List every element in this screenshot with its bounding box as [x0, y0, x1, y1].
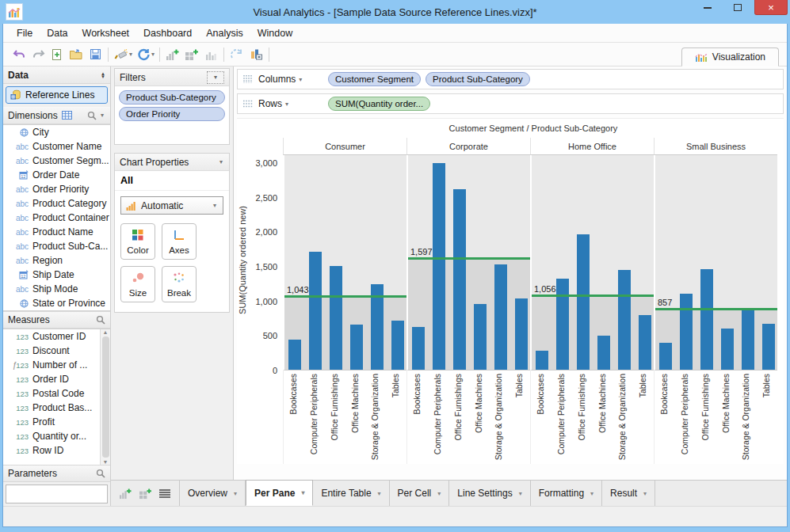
- bar[interactable]: [453, 189, 466, 370]
- duplicate-sheet-button[interactable]: [201, 46, 220, 63]
- swap-axes-button[interactable]: [227, 46, 246, 63]
- bar[interactable]: [659, 343, 672, 370]
- tab-line-settings[interactable]: Line Settings▾: [449, 481, 530, 506]
- dimension-item[interactable]: 12Order Date: [3, 168, 110, 182]
- bar[interactable]: [742, 309, 754, 370]
- measure-item[interactable]: 123Order ID: [3, 372, 100, 386]
- scroll-down-icon[interactable]: ▼: [103, 459, 109, 465]
- bar[interactable]: [680, 294, 693, 370]
- bar[interactable]: [433, 163, 445, 370]
- bar[interactable]: [309, 252, 322, 370]
- redo-button[interactable]: [29, 46, 48, 63]
- show-me-button[interactable]: [246, 46, 265, 63]
- tab-caret[interactable]: ▾: [437, 490, 441, 497]
- format-brush-button[interactable]: [112, 46, 131, 63]
- sheet-list-icon[interactable]: [158, 488, 171, 499]
- reference-line[interactable]: [655, 308, 777, 310]
- bar[interactable]: [639, 315, 651, 370]
- minimize-button[interactable]: [694, 0, 721, 15]
- measure-item[interactable]: 123Quantity or...: [3, 429, 100, 443]
- tab-overview[interactable]: Overview▾: [180, 481, 246, 506]
- tab-caret[interactable]: ▾: [519, 490, 522, 497]
- visualization-tab[interactable]: Visualization: [681, 48, 779, 66]
- tab-caret[interactable]: ▾: [378, 490, 381, 497]
- tab-formatting[interactable]: Formatting▾: [531, 481, 602, 506]
- tab-per-pane[interactable]: Per Pane▾: [246, 480, 313, 506]
- data-sort-control[interactable]: ▲▼: [101, 72, 105, 78]
- dimension-item[interactable]: abcCustomer Name: [3, 139, 110, 154]
- rows-shelf-control[interactable]: Rows ▾: [242, 98, 328, 109]
- reference-line[interactable]: [408, 257, 530, 260]
- measure-item[interactable]: 123Discount: [3, 344, 100, 358]
- close-button[interactable]: ×: [754, 0, 788, 15]
- dimension-item[interactable]: State or Province: [3, 296, 110, 310]
- bar[interactable]: [618, 270, 631, 370]
- measure-item[interactable]: 123Postal Code: [3, 386, 100, 401]
- bar[interactable]: [330, 266, 342, 370]
- measure-item[interactable]: 123Product Bas...: [3, 401, 100, 415]
- format-brush-caret[interactable]: ▾: [129, 51, 132, 58]
- bar[interactable]: [721, 329, 734, 370]
- menu-item-worksheet[interactable]: Worksheet: [75, 25, 137, 41]
- parameters-box[interactable]: [6, 484, 108, 504]
- measure-item[interactable]: 123Row ID: [3, 443, 100, 458]
- dimension-item[interactable]: abcCustomer Segm...: [3, 154, 110, 168]
- measure-item[interactable]: ƒ123Number of ...: [3, 358, 100, 372]
- bar[interactable]: [597, 336, 610, 370]
- color-button[interactable]: Color: [120, 223, 155, 260]
- rows-pill[interactable]: SUM(Quantity order...: [328, 97, 430, 111]
- dimension-item[interactable]: abcRegion: [3, 253, 110, 268]
- reference-line[interactable]: [284, 295, 406, 298]
- dimension-item[interactable]: 12Ship Date: [3, 268, 110, 282]
- scrollbar-thumb[interactable]: [102, 336, 109, 458]
- new-dashboard-button[interactable]: [182, 46, 201, 63]
- measure-item[interactable]: 123Profit: [3, 415, 100, 429]
- dimension-item[interactable]: abcShip Mode: [3, 282, 110, 296]
- dimension-item[interactable]: abcProduct Sub-Ca...: [3, 239, 110, 253]
- search-icon[interactable]: [87, 111, 97, 120]
- chart-properties-collapse-caret[interactable]: ▾: [219, 158, 223, 165]
- undo-button[interactable]: [10, 46, 29, 63]
- data-connection-item[interactable]: Reference Lines: [6, 86, 108, 104]
- tab-per-cell[interactable]: Per Cell▾: [390, 481, 450, 506]
- search-icon[interactable]: [96, 315, 105, 325]
- columns-pill[interactable]: Customer Segment: [328, 72, 421, 86]
- new-worksheet-button[interactable]: [163, 46, 182, 63]
- bar[interactable]: [556, 279, 569, 370]
- maximize-button[interactable]: [724, 0, 751, 15]
- measure-item[interactable]: 123Customer ID: [3, 329, 100, 344]
- new-dashboard-icon[interactable]: [139, 488, 152, 500]
- axes-button[interactable]: Axes: [162, 223, 197, 260]
- tab-entire-table[interactable]: Entire Table▾: [313, 481, 389, 506]
- menu-item-file[interactable]: File: [10, 25, 40, 41]
- dimensions-menu-caret[interactable]: ▾: [101, 112, 104, 119]
- tab-caret[interactable]: ▾: [301, 489, 304, 496]
- bar[interactable]: [577, 234, 590, 370]
- tab-caret[interactable]: ▾: [643, 490, 647, 497]
- dimension-item[interactable]: City: [3, 125, 110, 139]
- tab-caret[interactable]: ▾: [590, 490, 593, 497]
- new-file-button[interactable]: [48, 46, 67, 63]
- menu-item-data[interactable]: Data: [40, 25, 74, 41]
- tab-result[interactable]: Result▾: [602, 481, 655, 506]
- columns-pill[interactable]: Product Sub-Category: [426, 72, 530, 86]
- menu-item-analysis[interactable]: Analysis: [199, 25, 250, 41]
- bar[interactable]: [288, 340, 301, 370]
- tab-caret[interactable]: ▾: [234, 490, 237, 497]
- bar[interactable]: [536, 351, 548, 370]
- dimension-item[interactable]: abcProduct Name: [3, 225, 110, 239]
- menu-item-window[interactable]: Window: [250, 25, 300, 41]
- measures-scrollbar[interactable]: ▲▼: [100, 329, 110, 465]
- bar[interactable]: [412, 327, 425, 370]
- filters-menu-button[interactable]: ▾: [207, 71, 224, 84]
- refresh-button[interactable]: [134, 46, 153, 63]
- mark-type-dropdown[interactable]: Automatic ▾: [120, 196, 223, 215]
- open-folder-button[interactable]: [67, 46, 86, 63]
- bar[interactable]: [762, 324, 775, 370]
- dimension-item[interactable]: abcProduct Category: [3, 196, 110, 211]
- search-icon[interactable]: [96, 469, 105, 478]
- refresh-caret[interactable]: ▾: [151, 51, 155, 58]
- break-button[interactable]: Break: [162, 266, 197, 302]
- save-button[interactable]: [86, 46, 105, 63]
- bar[interactable]: [515, 298, 528, 370]
